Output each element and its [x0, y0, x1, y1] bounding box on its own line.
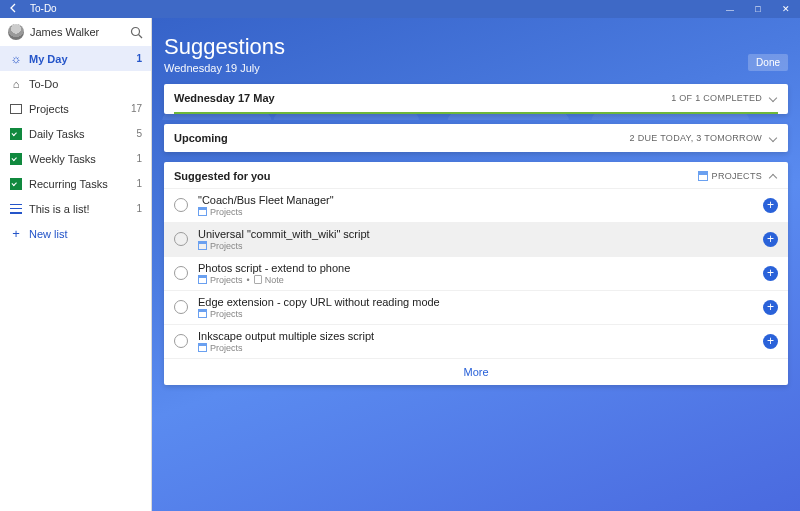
section-suggested-header[interactable]: Suggested for you PROJECTS: [164, 162, 788, 188]
section-completed-title: Wednesday 17 May: [174, 92, 671, 104]
task-meta: Projects: [198, 343, 763, 353]
sidebar-item-count: 1: [136, 178, 142, 189]
section-completed: Wednesday 17 May 1 OF 1 COMPLETED: [164, 84, 788, 114]
sidebar-item-count: 1: [136, 153, 142, 164]
task-row[interactable]: Inkscape output multiple sizes scriptPro…: [164, 324, 788, 358]
maximize-button[interactable]: [744, 0, 772, 19]
svg-point-0: [132, 27, 140, 35]
projects-icon: [198, 343, 207, 352]
new-list-label: New list: [29, 228, 68, 240]
add-to-myday-button[interactable]: +: [763, 300, 778, 315]
task-checkbox[interactable]: [174, 232, 188, 246]
task-checkbox[interactable]: [174, 334, 188, 348]
add-to-myday-button[interactable]: +: [763, 334, 778, 349]
user-name[interactable]: James Walker: [30, 26, 130, 38]
home-icon: ⌂: [9, 77, 23, 91]
section-suggested-tag-label: PROJECTS: [712, 171, 762, 181]
projects-icon: [198, 241, 207, 250]
plus-icon: +: [9, 228, 23, 240]
sidebar-item-label: To-Do: [29, 78, 142, 90]
section-suggested-tag[interactable]: PROJECTS: [698, 171, 762, 181]
section-completed-header[interactable]: Wednesday 17 May 1 OF 1 COMPLETED: [164, 84, 788, 112]
task-project: Projects: [210, 241, 243, 251]
task-body: Universal "commit_with_wiki" scriptProje…: [198, 228, 763, 251]
back-button[interactable]: [0, 2, 28, 16]
task-row[interactable]: Edge extension - copy URL without readin…: [164, 290, 788, 324]
task-body: "Coach/Bus Fleet Manager"Projects: [198, 194, 763, 217]
task-body: Edge extension - copy URL without readin…: [198, 296, 763, 319]
chevron-up-icon: [768, 171, 778, 181]
task-checkbox[interactable]: [174, 198, 188, 212]
task-title: Photos script - extend to phone: [198, 262, 763, 274]
section-upcoming: Upcoming 2 DUE TODAY, 3 TOMORROW: [164, 124, 788, 152]
sidebar-item-count: 1: [136, 53, 142, 64]
sidebar-header: James Walker: [0, 18, 151, 46]
done-button[interactable]: Done: [748, 54, 788, 71]
sidebar-item-label: My Day: [29, 53, 136, 65]
task-title: Inkscape output multiple sizes script: [198, 330, 763, 342]
content-area: Suggestions Wednesday 19 July Done Wedne…: [152, 18, 800, 511]
sidebar-item-weekly[interactable]: Weekly Tasks1: [0, 146, 151, 171]
sidebar-item-projects[interactable]: Projects17: [0, 96, 151, 121]
task-note-label: Note: [265, 275, 284, 285]
section-upcoming-meta: 2 DUE TODAY, 3 TOMORROW: [630, 133, 762, 143]
chevron-down-icon: [768, 133, 778, 143]
search-icon[interactable]: [130, 26, 143, 39]
check-icon: [9, 127, 23, 141]
sidebar: James Walker ☼My Day1⌂To-DoProjects17Dai…: [0, 18, 152, 511]
section-completed-meta: 1 OF 1 COMPLETED: [671, 93, 762, 103]
projects-icon: [198, 207, 207, 216]
sidebar-item-count: 5: [136, 128, 142, 139]
list-icon: [9, 202, 23, 216]
task-title: "Coach/Bus Fleet Manager": [198, 194, 763, 206]
task-project: Projects: [210, 309, 243, 319]
check-icon: [9, 152, 23, 166]
sun-icon: ☼: [9, 52, 23, 66]
page-subtitle: Wednesday 19 July: [164, 62, 748, 74]
titlebar: To-Do: [0, 0, 800, 18]
task-body: Photos script - extend to phoneProjects•…: [198, 262, 763, 285]
sidebar-item-label: This is a list!: [29, 203, 136, 215]
add-to-myday-button[interactable]: +: [763, 198, 778, 213]
folder-icon: [9, 102, 23, 116]
task-project: Projects: [210, 343, 243, 353]
close-button[interactable]: [772, 0, 800, 19]
sidebar-item-todo[interactable]: ⌂To-Do: [0, 71, 151, 96]
task-row[interactable]: "Coach/Bus Fleet Manager"Projects+: [164, 188, 788, 222]
sidebar-item-daily[interactable]: Daily Tasks5: [0, 121, 151, 146]
task-checkbox[interactable]: [174, 300, 188, 314]
task-meta: Projects•Note: [198, 275, 763, 285]
section-suggested: Suggested for you PROJECTS "Coach/Bus Fl…: [164, 162, 788, 385]
avatar[interactable]: [8, 24, 24, 40]
task-meta: Projects: [198, 241, 763, 251]
nav-list: ☼My Day1⌂To-DoProjects17Daily Tasks5Week…: [0, 46, 151, 221]
page-header: Suggestions Wednesday 19 July Done: [164, 34, 788, 74]
task-list: "Coach/Bus Fleet Manager"Projects+Univer…: [164, 188, 788, 358]
window-title: To-Do: [28, 3, 716, 15]
sidebar-item-recur[interactable]: Recurring Tasks1: [0, 171, 151, 196]
add-to-myday-button[interactable]: +: [763, 266, 778, 281]
task-row[interactable]: Photos script - extend to phoneProjects•…: [164, 256, 788, 290]
projects-icon: [198, 309, 207, 318]
task-checkbox[interactable]: [174, 266, 188, 280]
task-row[interactable]: Universal "commit_with_wiki" scriptProje…: [164, 222, 788, 256]
minimize-button[interactable]: [716, 0, 744, 19]
task-meta: Projects: [198, 207, 763, 217]
add-to-myday-button[interactable]: +: [763, 232, 778, 247]
window-controls: [716, 0, 800, 19]
progress-bar: [174, 112, 778, 114]
note-icon: [254, 275, 262, 284]
sidebar-item-count: 1: [136, 203, 142, 214]
more-button[interactable]: More: [164, 358, 788, 385]
sidebar-item-count: 17: [131, 103, 142, 114]
sidebar-item-list1[interactable]: This is a list!1: [0, 196, 151, 221]
task-body: Inkscape output multiple sizes scriptPro…: [198, 330, 763, 353]
task-project: Projects: [210, 275, 243, 285]
sidebar-item-label: Recurring Tasks: [29, 178, 136, 190]
section-upcoming-header[interactable]: Upcoming 2 DUE TODAY, 3 TOMORROW: [164, 124, 788, 152]
task-title: Universal "commit_with_wiki" script: [198, 228, 763, 240]
task-title: Edge extension - copy URL without readin…: [198, 296, 763, 308]
sidebar-item-myday[interactable]: ☼My Day1: [0, 46, 151, 71]
section-suggested-title: Suggested for you: [174, 170, 698, 182]
new-list-button[interactable]: + New list: [0, 221, 151, 247]
